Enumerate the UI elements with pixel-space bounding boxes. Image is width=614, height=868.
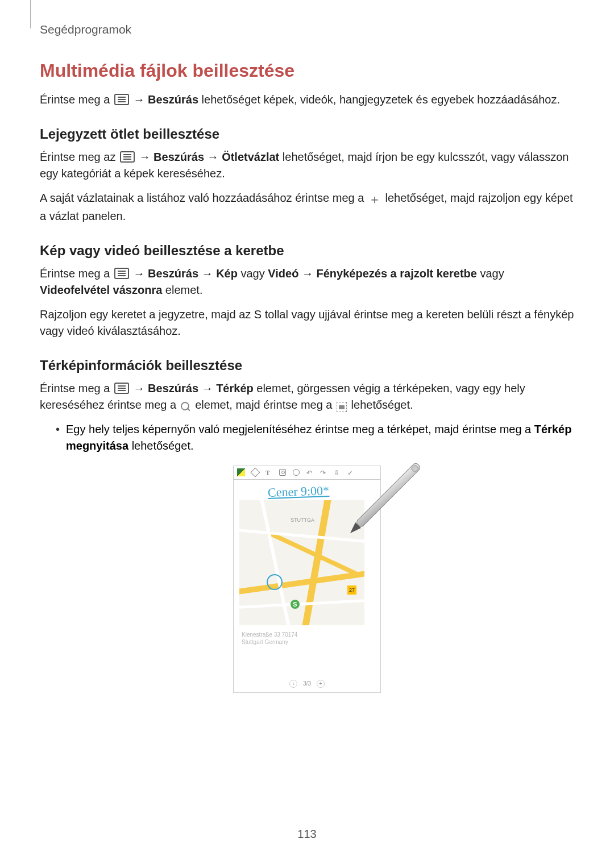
list-item: Egy hely teljes képernyőn való megjelení…: [56, 421, 574, 454]
paragraph: A saját vázlatainak a listához való hozz…: [40, 190, 574, 225]
undo-icon: [306, 469, 313, 476]
map-label: STUTTGA: [291, 517, 314, 523]
bold-text: Beszúrás: [148, 382, 198, 394]
heading-2: Kép vagy videó beillesztése a keretbe: [40, 243, 574, 259]
arrow: →: [134, 93, 148, 106]
handwritten-note: Cener 9:00*: [268, 483, 330, 500]
pager-prev-icon: ‹: [289, 680, 297, 688]
arrow: →: [202, 267, 217, 280]
section-header: Segédprogramok: [40, 23, 574, 36]
bold-text: Ötletvázlat: [222, 151, 279, 163]
text: lehetőséget.: [132, 439, 194, 452]
eraser-icon: [251, 468, 260, 477]
intro-paragraph: Érintse meg a → Beszúrás lehetőséget kép…: [40, 92, 574, 108]
paragraph: Érintse meg a → Beszúrás → Kép vagy Vide…: [40, 265, 574, 298]
map-station-icon: S: [291, 600, 300, 609]
map-road: [239, 599, 364, 609]
text: Egy hely teljes képernyőn való megjelení…: [66, 423, 534, 435]
text: elemet, majd érintse meg a: [195, 398, 335, 411]
text: vagy: [480, 267, 504, 280]
page-number: 113: [0, 828, 614, 841]
bold-text: Beszúrás: [154, 151, 204, 163]
pen-tool-icon: [237, 468, 245, 476]
note-pager: ‹ 3/3 +: [234, 680, 380, 688]
header-divider: [30, 0, 31, 28]
paragraph: Érintse meg a → Beszúrás → Térkép elemet…: [40, 380, 574, 413]
camera-icon: [279, 469, 286, 476]
address-line: Kienestraße 33 70174: [242, 631, 297, 638]
heading-2: Lejegyzett ötlet beillesztése: [40, 126, 574, 142]
search-icon: [181, 402, 191, 412]
redo-icon: [320, 469, 327, 476]
heading-2: Térképinformációk beillesztése: [40, 358, 574, 373]
text: vagy: [241, 267, 268, 280]
map-road: [239, 528, 364, 544]
menu-icon: [114, 94, 129, 105]
pager-text: 3/3: [303, 680, 311, 687]
bullet-list: Egy hely teljes képernyőn való megjelení…: [40, 421, 574, 454]
arrow: →: [208, 151, 222, 163]
text: Érintse meg a: [40, 93, 113, 106]
phone-toolbar: T: [234, 466, 380, 480]
text-tool-icon: T: [265, 469, 272, 476]
bold-text: Videó: [268, 267, 298, 280]
menu-icon: [120, 151, 135, 163]
text: Érintse meg a: [40, 267, 113, 280]
check-icon: [347, 469, 354, 476]
text: Érintse meg az: [40, 151, 119, 163]
text: Érintse meg a: [40, 382, 113, 394]
map-road: [239, 570, 364, 596]
illustration-phone: T Cener 9:00* STUTTGA S 27 Kienest: [233, 466, 381, 693]
arrow: →: [134, 382, 148, 394]
menu-icon: [114, 268, 129, 279]
bold-text: Beszúrás: [148, 267, 198, 280]
paragraph: Rajzoljon egy keretet a jegyzetre, majd …: [40, 306, 574, 339]
arrow: →: [139, 151, 154, 163]
text: elemet.: [165, 284, 203, 296]
bold-text: Térkép: [216, 382, 254, 394]
pager-add-icon: +: [317, 680, 325, 688]
map-address: Kienestraße 33 70174 Stuttgart Germany: [242, 631, 297, 646]
heading-1: Multimédia fájlok beillesztése: [40, 60, 574, 81]
svg-rect-2: [411, 464, 419, 472]
capture-icon: [337, 402, 347, 412]
map-route-badge: 27: [347, 585, 356, 595]
plus-icon: ＋: [368, 190, 381, 209]
text: lehetőséget.: [351, 398, 413, 411]
page-content: Segédprogramok Multimédia fájlok beilles…: [0, 0, 614, 693]
text: A saját vázlatainak a listához való hozz…: [40, 192, 367, 204]
cloud-icon: [293, 469, 300, 476]
text: lehetőséget, majd írjon be egy kulcsszót…: [40, 151, 569, 180]
paragraph: Érintse meg az → Beszúrás → Ötletvázlat …: [40, 149, 574, 182]
text: lehetőséget képek, videók, hangjegyzetek…: [202, 93, 560, 106]
address-line: Stuttgart Germany: [242, 638, 297, 646]
pin-icon: [334, 469, 341, 476]
bold-text: Fényképezés a rajzolt keretbe: [317, 267, 477, 280]
arrow: →: [302, 267, 317, 280]
bold-text: Videofelvétel vászonra: [40, 284, 162, 296]
arrow: →: [134, 267, 148, 280]
map-highlight-circle: [267, 574, 283, 590]
bold-text: Kép: [216, 267, 238, 280]
arrow: →: [202, 382, 217, 394]
bold-text: Beszúrás: [148, 93, 198, 106]
menu-icon: [114, 383, 129, 394]
map-snippet: STUTTGA S 27: [239, 500, 364, 625]
